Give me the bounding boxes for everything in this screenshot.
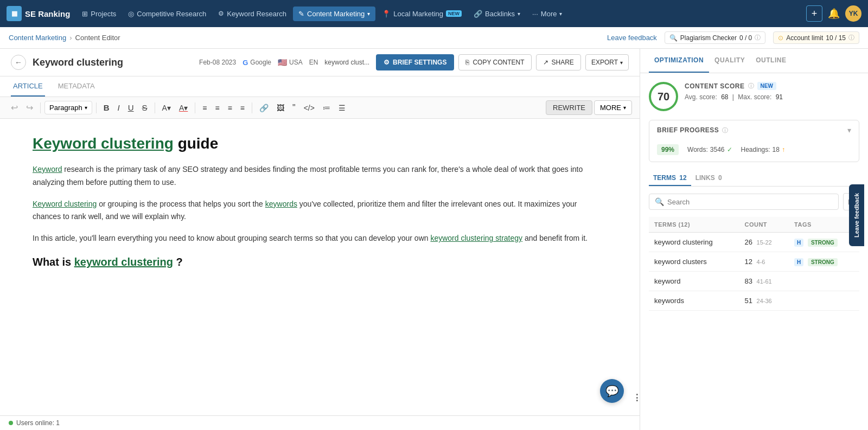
tags-cell: H STRONG xyxy=(789,252,859,272)
more-options-dot[interactable]: ⋮ xyxy=(633,393,641,403)
redo-button[interactable]: ↪ xyxy=(23,100,36,115)
bold-button[interactable]: B xyxy=(100,101,113,114)
tag-strong: STRONG xyxy=(808,239,838,247)
nav-item-local-marketing[interactable]: 📍 Local Marketing NEW xyxy=(376,7,467,21)
image-button[interactable]: 🖼 xyxy=(273,101,288,114)
nav-item-projects[interactable]: ⊞ Projects xyxy=(76,7,122,21)
term-cell: keyword clustering xyxy=(649,233,739,252)
doc-date: Feb-08 2023 xyxy=(199,59,236,66)
article-para1: Keyword research is the primary task of … xyxy=(33,163,607,189)
underline-button[interactable]: U xyxy=(125,101,137,114)
action-buttons: ⚙ BRIEF SETTINGS ⎘ COPY CONTENT ↗ SHARE … xyxy=(376,54,629,70)
brief-settings-button[interactable]: ⚙ BRIEF SETTINGS xyxy=(376,54,454,70)
tab-optimization[interactable]: OPTIMIZATION xyxy=(649,49,709,73)
breadcrumb-separator: › xyxy=(69,34,72,42)
add-button[interactable]: + xyxy=(806,5,822,22)
copy-content-button[interactable]: ⎘ COPY CONTENT xyxy=(458,54,531,70)
terms-search-input[interactable] xyxy=(667,198,833,206)
align-left-button[interactable]: ≡ xyxy=(199,101,210,114)
align-center-button[interactable]: ≡ xyxy=(212,101,222,114)
editor-content[interactable]: Keyword clustering guide Keyword researc… xyxy=(0,119,640,415)
local-marketing-icon: 📍 xyxy=(382,10,391,18)
brief-stats: 99% Words: 3546 ✓ Headings: 18 ↑ xyxy=(649,140,859,162)
nav-item-more[interactable]: ··· More ▾ xyxy=(527,7,567,21)
text-color-button[interactable]: A▾ xyxy=(176,101,191,114)
terms-tab[interactable]: TERMS 12 xyxy=(649,171,691,186)
limit-label: Account limit xyxy=(786,34,823,42)
limit-info: ⓘ xyxy=(848,34,854,42)
share-button[interactable]: ↗ SHARE xyxy=(536,54,581,70)
terms-table: TERMS (12) COUNT TAGS keyword clustering… xyxy=(649,217,859,311)
tab-metadata[interactable]: METADATA xyxy=(56,76,97,97)
align-right-button[interactable]: ≡ xyxy=(225,101,235,114)
nav-item-backlinks[interactable]: 🔗 Backlinks ▾ xyxy=(468,7,526,21)
account-limit[interactable]: ⊙ Account limit 10 / 15 ⓘ xyxy=(773,31,859,44)
article-h2: What is keyword clustering ? xyxy=(33,256,607,268)
terms-links-tabs: TERMS 12 LINKS 0 xyxy=(649,171,859,187)
justify-button[interactable]: ≡ xyxy=(237,101,248,114)
quote-button[interactable]: " xyxy=(289,101,299,115)
article-para3: In this article, you'll learn everything… xyxy=(33,232,607,245)
more-toolbar-caret-icon: ▾ xyxy=(623,105,626,111)
google-icon: G xyxy=(242,59,248,67)
plagiarism-count: 0 / 0 xyxy=(739,34,752,42)
breadcrumb-parent[interactable]: Content Marketing xyxy=(9,34,66,42)
links-tab[interactable]: LINKS 0 xyxy=(691,171,726,186)
export-button[interactable]: EXPORT ▾ xyxy=(585,54,629,70)
tab-article[interactable]: ARTICLE xyxy=(11,76,45,97)
back-button[interactable]: ← xyxy=(11,55,26,70)
bullet-list-button[interactable]: ≔ xyxy=(320,101,334,114)
brief-progress-label: BRIEF PROGRESS xyxy=(657,126,719,134)
competitive-icon: ◎ xyxy=(128,10,134,18)
strikethrough-button[interactable]: S xyxy=(139,101,151,114)
link-button[interactable]: 🔗 xyxy=(256,101,272,114)
count-value: 26 xyxy=(744,238,752,246)
brief-words-stat: Words: 3546 ✓ xyxy=(687,146,732,153)
right-panel: OPTIMIZATION QUALITY OUTLINE 70 CONTENT … xyxy=(640,49,868,430)
score-info-icon: ⓘ xyxy=(748,82,754,90)
th-terms: TERMS (12) xyxy=(649,217,739,233)
tag-h: H xyxy=(794,239,803,247)
plagiarism-checker[interactable]: 🔍 Plagiarism Checker 0 / 0 ⓘ xyxy=(665,31,765,44)
nav-item-competitive-research[interactable]: ◎ Competitive Research xyxy=(123,7,212,21)
highlight-button[interactable]: A▾ xyxy=(159,101,174,114)
user-avatar[interactable]: YK xyxy=(845,5,861,22)
plagiarism-info: ⓘ xyxy=(755,34,761,42)
editor-panel: ← Keyword clustering Feb-08 2023 G Googl… xyxy=(0,49,640,430)
backlinks-icon: 🔗 xyxy=(474,10,482,18)
toolbar-separator-1 xyxy=(40,102,41,113)
tab-outline[interactable]: OUTLINE xyxy=(750,49,792,73)
copy-icon: ⎘ xyxy=(465,59,469,66)
article-title: Keyword clustering guide xyxy=(33,135,607,152)
leave-feedback-link[interactable]: Leave feedback xyxy=(607,34,657,42)
country-meta: 🇺🇸 USA xyxy=(278,58,303,67)
paragraph-selector[interactable]: Paragraph ▾ xyxy=(44,101,92,114)
content-score-section: 70 CONTENT SCORE ⓘ NEW Avg. score: 68 | … xyxy=(649,82,859,111)
numbered-list-button[interactable]: ☰ xyxy=(335,101,349,114)
bell-icon[interactable]: 🔔 xyxy=(828,8,840,20)
table-row: keyword 83 41-61 xyxy=(649,272,859,291)
logo-text: SE Ranking xyxy=(25,9,70,18)
keyword-label: keyword clust... xyxy=(324,59,369,66)
brief-collapse-icon[interactable]: ▾ xyxy=(847,126,851,134)
more-toolbar-button[interactable]: MORE ▾ xyxy=(594,100,632,115)
right-panel-content: 70 CONTENT SCORE ⓘ NEW Avg. score: 68 | … xyxy=(640,73,868,430)
search-box: 🔍 xyxy=(649,194,839,210)
brief-words-value: 3546 xyxy=(710,146,725,153)
content-marketing-icon: ✎ xyxy=(298,10,304,18)
chat-button[interactable]: 💬 xyxy=(600,379,624,403)
tab-quality[interactable]: QUALITY xyxy=(709,49,750,73)
side-feedback-tab[interactable]: Leave feedback xyxy=(849,184,864,246)
nav-item-content-marketing[interactable]: ✎ Content Marketing ▾ xyxy=(293,7,375,21)
country-label: USA xyxy=(289,59,303,66)
italic-button[interactable]: I xyxy=(114,101,123,114)
plagiarism-icon: 🔍 xyxy=(669,34,678,42)
keyword-research-icon: ⚙ xyxy=(218,10,224,17)
rewrite-button[interactable]: REWRITE xyxy=(546,100,592,115)
more-icon: ··· xyxy=(532,10,538,18)
code-button[interactable]: </> xyxy=(301,101,318,114)
toolbar-separator-2 xyxy=(96,102,97,113)
logo[interactable]: ▦ SE Ranking xyxy=(7,6,70,21)
nav-item-keyword-research[interactable]: ⚙ Keyword Research xyxy=(213,7,292,21)
undo-button[interactable]: ↩ xyxy=(8,100,21,115)
